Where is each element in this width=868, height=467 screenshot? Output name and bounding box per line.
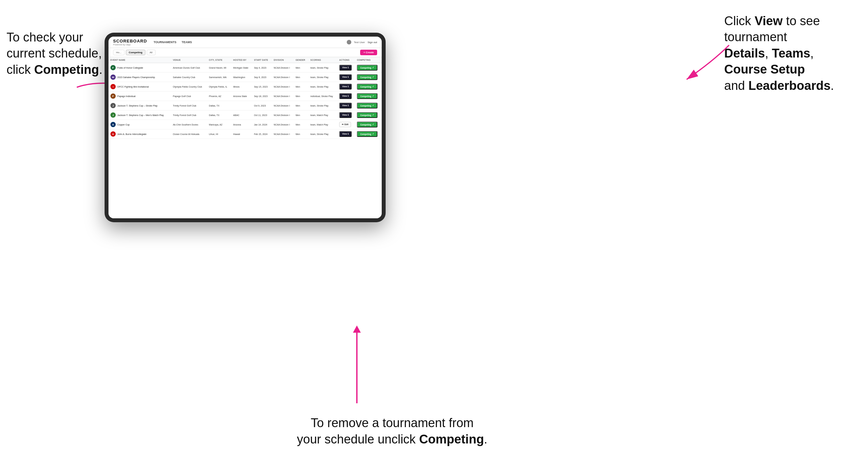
cell-city-state: Sammamish, WA — [207, 72, 231, 82]
cell-event-name: I OFCC Fighting Illini Invitational — [108, 82, 171, 92]
col-header-actions: ACTIONS — [337, 57, 355, 63]
cell-division: NCAA Division I — [272, 63, 293, 72]
table-row: H John A. Burns Intercollegiate Ocean Co… — [108, 129, 382, 139]
col-header-hosted-by: HOSTED BY — [231, 57, 252, 63]
user-name: Test User — [354, 41, 365, 44]
brand-title: SCOREBOARD — [113, 38, 147, 43]
competing-badge[interactable]: Competing — [357, 93, 377, 99]
cell-gender: Men — [293, 101, 308, 111]
cell-actions: View ℹ — [337, 63, 355, 72]
cell-scoring: team, Stroke Play — [309, 63, 337, 72]
cell-division: NCAA Division I — [272, 111, 293, 120]
cell-start-date: Oct 9, 2023 — [252, 101, 272, 111]
cell-hosted-by: Hawaii — [231, 129, 252, 139]
cell-scoring: team, Stroke Play — [309, 101, 337, 111]
cell-start-date: Sep 18, 2023 — [252, 92, 272, 101]
sign-out-link[interactable]: Sign out — [368, 41, 377, 44]
cell-venue: Ak-Chin Southern Dunes — [171, 120, 207, 129]
table-row: J Jackson T. Stephens Cup – Men's Match … — [108, 111, 382, 120]
create-button[interactable]: + Create — [360, 50, 377, 55]
tournaments-table-container: EVENT NAME VENUE CITY, STATE HOSTED BY S… — [108, 57, 382, 218]
cell-division: NCAA Division I — [272, 72, 293, 82]
arrow-to-competing-column — [667, 42, 733, 84]
cell-event-name: W 2023 Sahalee Players Championship — [108, 72, 171, 82]
col-header-event-name: EVENT NAME — [108, 57, 171, 63]
cell-scoring: team, Stroke Play — [309, 82, 337, 92]
cell-actions: View ℹ — [337, 92, 355, 101]
cell-start-date: Sep 15, 2023 — [252, 82, 272, 92]
cell-start-date: Feb 15, 2024 — [252, 129, 272, 139]
table-row: F Folds of Honor Collegiate American Dun… — [108, 63, 382, 72]
cell-division: NCAA Division I — [272, 120, 293, 129]
col-header-competing: COMPETING — [355, 57, 382, 63]
cell-competing: Competing — [355, 129, 382, 139]
cell-competing: Competing — [355, 72, 382, 82]
vertical-arrow-bottom — [356, 331, 358, 403]
view-button[interactable]: View ℹ — [339, 112, 352, 118]
col-header-division: DIVISION — [272, 57, 293, 63]
cell-city-state: Lihue, HI — [207, 129, 231, 139]
brand-subtitle: Powered by clipp — [113, 43, 147, 46]
cell-gender: Men — [293, 111, 308, 120]
tablet-screen: SCOREBOARD Powered by clipp TOURNAMENTS … — [108, 37, 382, 218]
cell-competing: Competing — [355, 111, 382, 120]
cell-event-name: J Jackson T. Stephens Cup – Stroke Play — [108, 101, 171, 111]
cell-competing: Competing — [355, 63, 382, 72]
view-button[interactable]: View ℹ — [339, 65, 352, 71]
view-button[interactable]: View ℹ — [339, 93, 352, 99]
view-button[interactable]: View ℹ — [339, 103, 352, 108]
cell-scoring: team, Stroke Play — [309, 129, 337, 139]
competing-badge[interactable]: Competing — [357, 84, 377, 90]
cell-scoring: individual, Stroke Play — [309, 92, 337, 101]
cell-hosted-by: ABAC — [231, 111, 252, 120]
table-row: P Papago Individual Papago Golf ClubPhoe… — [108, 92, 382, 101]
cell-event-name: F Folds of Honor Collegiate — [108, 63, 171, 72]
annotation-bottom-center: To remove a tournament from your schedul… — [278, 415, 506, 447]
view-button[interactable]: View ℹ — [339, 74, 352, 80]
cell-hosted-by: Washington — [231, 72, 252, 82]
competing-badge[interactable]: Competing — [357, 65, 377, 71]
competing-badge[interactable]: Competing — [357, 103, 377, 108]
view-button[interactable]: View ℹ — [339, 84, 352, 90]
cell-city-state: Grand Haven, MI — [207, 63, 231, 72]
cell-competing: Competing — [355, 82, 382, 92]
cell-hosted-by — [231, 101, 252, 111]
filter-tab-competing[interactable]: Competing — [126, 50, 146, 55]
header-right: Test User Sign out — [347, 40, 377, 44]
cell-start-date: Oct 11, 2023 — [252, 111, 272, 120]
col-header-city-state: CITY, STATE — [207, 57, 231, 63]
col-header-venue: VENUE — [171, 57, 207, 63]
filter-tabs: Ho... Competing All — [113, 50, 156, 55]
cell-division: NCAA Division I — [272, 101, 293, 111]
cell-city-state: Phoenix, AZ — [207, 92, 231, 101]
cell-division: NCAA Division I — [272, 82, 293, 92]
competing-badge[interactable]: Competing — [357, 131, 377, 137]
competing-badge[interactable]: Competing — [357, 122, 377, 127]
competing-badge[interactable]: Competing — [357, 112, 377, 118]
nav-tournaments[interactable]: TOURNAMENTS — [154, 40, 177, 44]
nav-teams[interactable]: TEAMS — [182, 40, 192, 44]
view-button[interactable]: View ℹ — [339, 131, 352, 137]
cell-venue: Trinity Forest Golf Club — [171, 101, 207, 111]
cell-venue: American Dunes Golf Club — [171, 63, 207, 72]
competing-badge[interactable]: Competing — [357, 74, 377, 80]
cell-actions: View ℹ — [337, 101, 355, 111]
app-header: SCOREBOARD Powered by clipp TOURNAMENTS … — [108, 37, 382, 48]
cell-gender: Men — [293, 129, 308, 139]
filter-tab-home[interactable]: Ho... — [113, 50, 125, 55]
cell-actions: View ℹ — [337, 82, 355, 92]
cell-actions: ✏ Edit — [337, 120, 355, 129]
cell-city-state: Dallas, TX — [207, 111, 231, 120]
cell-gender: Men — [293, 92, 308, 101]
cell-gender: Men — [293, 63, 308, 72]
table-row: W 2023 Sahalee Players Championship Saha… — [108, 72, 382, 82]
cell-division: NCAA Division I — [272, 129, 293, 139]
tournaments-table: EVENT NAME VENUE CITY, STATE HOSTED BY S… — [108, 57, 382, 139]
cell-hosted-by: Arizona State — [231, 92, 252, 101]
cell-gender: Men — [293, 120, 308, 129]
edit-button[interactable]: ✏ Edit — [339, 122, 351, 127]
table-header-row: EVENT NAME VENUE CITY, STATE HOSTED BY S… — [108, 57, 382, 63]
user-avatar-icon — [347, 40, 351, 44]
filter-tab-all[interactable]: All — [147, 50, 156, 55]
cell-gender: Men — [293, 82, 308, 92]
